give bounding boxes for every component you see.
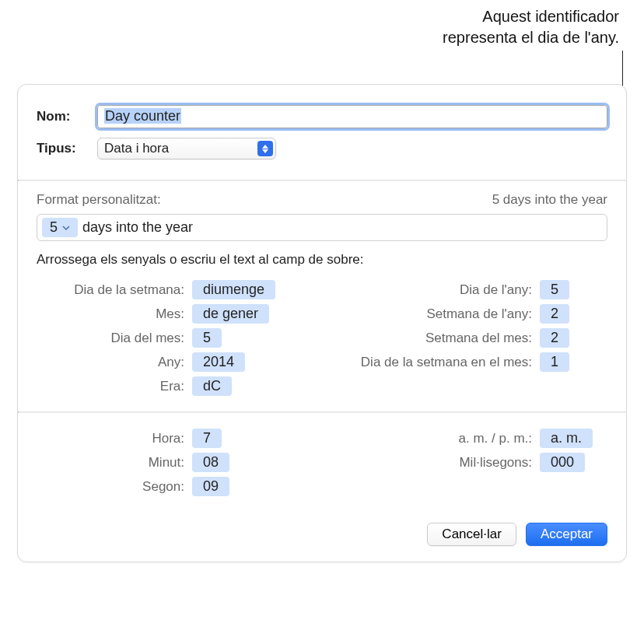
format-field[interactable]: 5 days into the year [37, 214, 607, 241]
name-input[interactable]: Day counter [97, 105, 607, 128]
token-year-label: Any: [37, 355, 192, 370]
token-day-of-year-label: Dia de l'any: [330, 282, 540, 298]
token-day-of-month[interactable]: 5 [192, 328, 222, 348]
callout-line1: Aquest identificador [482, 8, 619, 25]
token-week-of-month[interactable]: 2 [540, 328, 569, 348]
token-second-label: Segon: [37, 479, 192, 495]
token-day-of-month-label: Dia del mes: [37, 331, 192, 346]
token-minute-label: Minut: [37, 455, 192, 471]
token-month-label: Mes: [37, 306, 192, 322]
custom-format-dialog: Nom: Day counter Tipus: Data i hora Form… [17, 84, 627, 562]
ok-button[interactable]: Acceptar [526, 523, 607, 546]
token-millisecond-label: Mil·lisegons: [330, 455, 540, 471]
token-day-of-year[interactable]: 5 [540, 280, 569, 299]
format-token-day-of-year[interactable]: 5 [42, 218, 78, 237]
callout-line2: representa el dia de l'any. [443, 29, 619, 46]
token-era[interactable]: dC [192, 376, 232, 396]
token-minute[interactable]: 08 [192, 453, 229, 472]
cancel-button[interactable]: Cancel·lar [427, 523, 516, 546]
token-week-of-month-label: Setmana del mes: [330, 331, 540, 346]
token-year[interactable]: 2014 [192, 352, 245, 372]
type-label: Tipus: [37, 141, 97, 156]
token-month[interactable]: de gener [192, 304, 269, 324]
token-hour-label: Hora: [37, 431, 192, 446]
drag-instructions: Arrossega els senyals o escriu el text a… [37, 252, 607, 268]
token-weekday-in-month-label: Dia de la setmana en el mes: [330, 355, 540, 370]
format-preview: 5 days into the year [492, 192, 607, 208]
token-day-of-week[interactable]: diumenge [192, 280, 275, 299]
token-week-of-year-label: Setmana de l'any: [330, 306, 540, 322]
token-era-label: Era: [37, 379, 192, 394]
format-token-value: 5 [50, 219, 58, 236]
callout-annotation: Aquest identificador representa el dia d… [0, 0, 644, 82]
token-weekday-in-month[interactable]: 1 [540, 352, 569, 372]
token-hour[interactable]: 7 [192, 429, 222, 448]
token-second[interactable]: 09 [192, 477, 229, 496]
token-ampm[interactable]: a. m. [540, 429, 593, 448]
token-millisecond[interactable]: 000 [540, 453, 585, 472]
type-select[interactable]: Data i hora [97, 138, 276, 159]
name-label: Nom: [37, 109, 97, 124]
token-ampm-label: a. m. / p. m.: [330, 431, 540, 446]
type-select-value: Data i hora [104, 141, 169, 156]
chevron-down-icon [62, 224, 70, 232]
format-literal-text: days into the year [82, 219, 193, 236]
name-input-value: Day counter [104, 108, 181, 124]
token-week-of-year[interactable]: 2 [540, 304, 569, 324]
token-day-of-week-label: Dia de la setmana: [37, 282, 192, 298]
custom-format-label: Format personalitzat: [37, 192, 161, 208]
chevron-updown-icon [257, 141, 273, 156]
